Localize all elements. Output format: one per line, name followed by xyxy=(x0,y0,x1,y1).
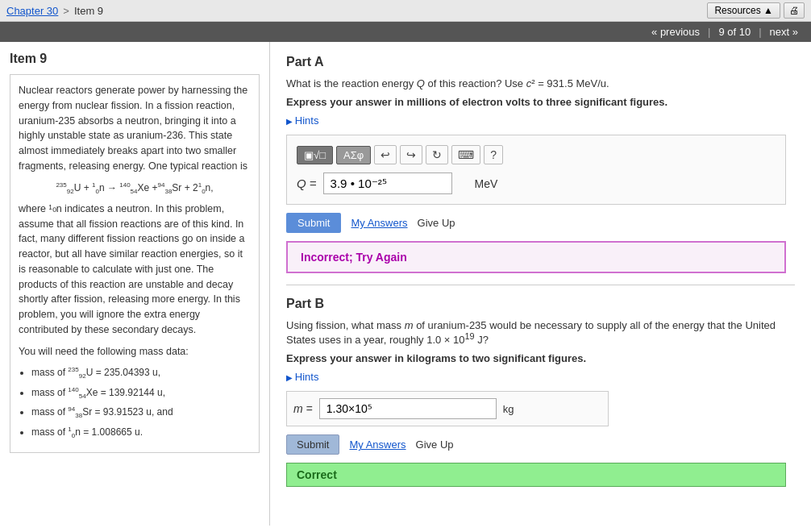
part-b-give-up-link[interactable]: Give Up xyxy=(416,438,454,451)
item-title: Item 9 xyxy=(10,52,260,66)
navigation-bar: « previous | 9 of 10 | next » xyxy=(0,22,811,42)
part-a-submit-button[interactable]: Submit xyxy=(286,213,341,233)
print-button[interactable]: 🖨 xyxy=(784,2,805,19)
part-b-hints-link[interactable]: Hints xyxy=(286,371,795,383)
part-b-submit-button[interactable]: Submit xyxy=(286,434,339,455)
breadcrumb-left: Chapter 30 > Item 9 xyxy=(6,5,103,17)
part-b-correct-banner: Correct xyxy=(286,463,786,487)
undo-button[interactable]: ↩ xyxy=(374,145,397,164)
part-a-answer-input[interactable] xyxy=(323,172,452,194)
redo-button[interactable]: ↪ xyxy=(400,145,422,164)
chapter-link[interactable]: Chapter 30 xyxy=(6,5,58,17)
alpha-button[interactable]: ΑΣφ xyxy=(336,146,371,164)
part-a-buttons-row: Submit My Answers Give Up xyxy=(286,213,795,233)
reaction-equation: 23592U + 10n → 14054Xe +9438Sr + 210n, xyxy=(19,181,251,197)
nav-sep1: | xyxy=(705,26,713,38)
page-indicator: 9 of 10 xyxy=(713,26,755,38)
part-a-question: What is the reaction energy Q of this re… xyxy=(286,77,795,89)
part-b-section: Part B Using fission, what mass m of ura… xyxy=(286,297,795,487)
next-link[interactable]: next » xyxy=(765,26,803,38)
main-layout: Item 9 Nuclear reactors generate power b… xyxy=(0,42,811,526)
part-b-title: Part B xyxy=(286,297,795,311)
part-divider xyxy=(286,285,795,285)
part-a-feedback: Incorrect; Try Again xyxy=(286,241,786,273)
mass-item-2: mass of 14054Xe = 139.92144 u, xyxy=(31,385,251,401)
mass-item-4: mass of 10n = 1.008665 u. xyxy=(31,425,251,441)
breadcrumb-right: Resources ▲ 🖨 xyxy=(707,2,805,19)
keyboard-button[interactable]: ⌨ xyxy=(451,145,480,164)
intro-text: Nuclear reactors generate power by harne… xyxy=(19,83,251,174)
part-a-toolbar: ▣√□ ΑΣφ ↩ ↪ ↻ ⌨ ? xyxy=(297,145,776,164)
part-a-answer-unit: MeV xyxy=(475,177,498,190)
nav-links: « previous | 9 of 10 | next » xyxy=(647,26,803,38)
help-button[interactable]: ? xyxy=(484,145,503,164)
previous-link[interactable]: « previous xyxy=(647,26,705,38)
part-a-title: Part A xyxy=(286,55,795,69)
part-b-answer-area: m = kg xyxy=(286,391,609,426)
left-panel: Item 9 Nuclear reactors generate power b… xyxy=(0,42,270,526)
part-b-answer-input[interactable] xyxy=(319,398,497,419)
item-description-box: Nuclear reactors generate power by harne… xyxy=(10,74,260,453)
part-b-question: Using fission, what mass m of uranium-23… xyxy=(286,319,795,346)
mass-item-1: mass of 23592U = 235.04393 u, xyxy=(31,365,251,381)
mass-intro-text: You will need the following mass data: xyxy=(19,344,251,360)
part-b-answer-label: m = xyxy=(293,402,313,415)
nav-sep2: | xyxy=(755,26,764,38)
part-a-answer-area: ▣√□ ΑΣφ ↩ ↪ ↻ ⌨ ? Q = MeV xyxy=(286,135,786,205)
breadcrumb-bar: Chapter 30 > Item 9 Resources ▲ 🖨 xyxy=(0,0,811,22)
breadcrumb-separator: > xyxy=(63,5,69,17)
part-a-give-up-link[interactable]: Give Up xyxy=(418,217,455,229)
part-a-instruction: Express your answer in millions of elect… xyxy=(286,96,795,108)
mass-list: mass of 23592U = 235.04393 u, mass of 14… xyxy=(19,365,251,441)
part-a-hints-link[interactable]: Hints xyxy=(286,114,795,127)
part-b-buttons-row: Submit My Answers Give Up xyxy=(286,434,795,455)
part-b-my-answers-link[interactable]: My Answers xyxy=(349,438,406,451)
part-b-answer-unit: kg xyxy=(503,403,514,415)
breadcrumb-current: Item 9 xyxy=(74,5,103,17)
refresh-button[interactable]: ↻ xyxy=(426,145,448,164)
right-panel: Part A What is the reaction energy Q of … xyxy=(270,42,811,526)
editor-button[interactable]: ▣√□ xyxy=(297,146,333,164)
part-a-section: Part A What is the reaction energy Q of … xyxy=(286,55,795,273)
part-a-answer-label: Q = xyxy=(297,177,317,190)
part-b-instruction: Express your answer in kilograms to two … xyxy=(286,352,795,364)
after-reaction-text: where ¹₀n indicates a neutron. In this p… xyxy=(19,202,251,338)
part-a-my-answers-link[interactable]: My Answers xyxy=(351,217,407,229)
resources-button[interactable]: Resources ▲ xyxy=(707,2,780,19)
part-a-answer-row: Q = MeV xyxy=(297,172,776,194)
mass-item-3: mass of 9438Sr = 93.91523 u, and xyxy=(31,405,251,421)
